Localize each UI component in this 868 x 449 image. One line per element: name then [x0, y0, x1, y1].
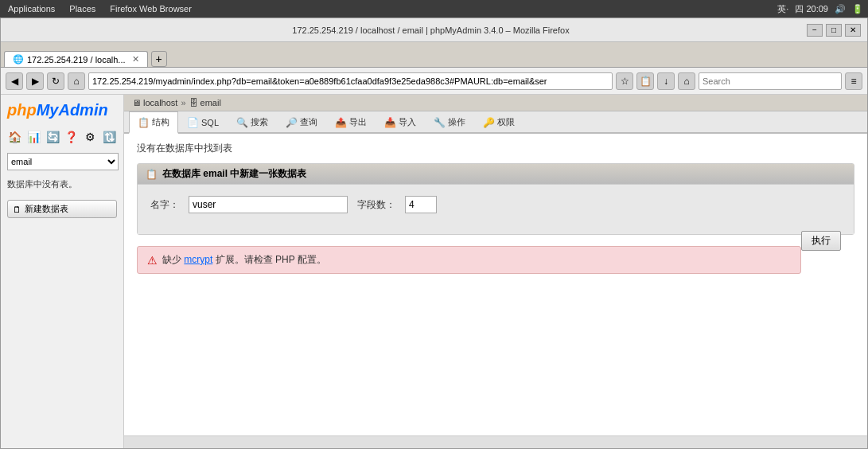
database-selector[interactable]: email — [7, 153, 119, 170]
back-button[interactable]: ◀ — [6, 72, 23, 90]
browser-menu-button[interactable]: ≡ — [845, 72, 862, 90]
db-icon: 🗄 — [189, 98, 198, 107]
mcrypt-link[interactable]: mcrypt — [184, 254, 212, 265]
window-title: 172.25.254.219 / localhost / email | php… — [55, 25, 807, 35]
page-body: 没有在数据库中找到表 📋 在数据库 email 中新建一张数据表 名字： 字段数… — [124, 134, 867, 435]
pma-tabs: 📋 结构 📄 SQL 🔍 搜索 🔎 查询 📤 导出 — [124, 111, 867, 134]
home-sidebar-icon[interactable]: 🏠 — [7, 129, 23, 145]
applications-menu[interactable]: Applications — [5, 4, 58, 14]
breadcrumb-separator: » — [181, 98, 185, 107]
tab-privileges[interactable]: 🔑 权限 — [474, 111, 524, 132]
structure-tab-icon: 📋 — [138, 117, 150, 128]
os-topbar-left: Applications Places Firefox Web Browser — [5, 4, 195, 14]
tab-favicon: 🌐 — [13, 54, 24, 64]
tab-structure[interactable]: 📋 结构 — [129, 111, 178, 134]
content-area: phpMyAdmin 🏠 📊 🔄 ❓ ⚙ 🔃 email 数据库中没有表。 🗒 … — [1, 95, 867, 448]
export-tab-icon: 📤 — [335, 117, 347, 128]
columns-input[interactable] — [405, 196, 437, 213]
create-table-header: 📋 在数据库 email 中新建一张数据表 — [138, 164, 854, 185]
tab-query[interactable]: 🔎 查询 — [277, 111, 326, 132]
clock: 四 20:09 — [795, 3, 828, 15]
search-tab-label: 搜索 — [251, 116, 268, 128]
warning-box: ⚠ 缺少 mcrypt 扩展。请检查 PHP 配置。 — [137, 246, 801, 274]
browser-tab-active[interactable]: 🌐 172.25.254.219 / localh... ✕ — [4, 51, 148, 67]
tab-import[interactable]: 📥 导入 — [376, 111, 425, 132]
browser-home-button[interactable]: ⌂ — [678, 72, 695, 90]
title-bar: 172.25.254.219 / localhost / email | php… — [1, 18, 867, 42]
help-sidebar-icon[interactable]: ❓ — [64, 129, 80, 145]
tab-sql[interactable]: 📄 SQL — [178, 111, 228, 132]
tab-label: 172.25.254.219 / localh... — [27, 55, 126, 64]
new-table-label: 新建数据表 — [25, 203, 68, 215]
server-label: localhost — [143, 98, 177, 107]
warning-icon: ⚠ — [147, 254, 158, 267]
new-tab-button[interactable]: + — [151, 51, 167, 67]
new-table-button[interactable]: 🗒 新建数据表 — [7, 200, 117, 218]
warning-suffix: 扩展。请检查 PHP 配置。 — [212, 254, 325, 265]
os-topbar-right: 英· 四 20:09 🔊 🔋 — [777, 3, 863, 15]
name-label: 名字： — [150, 198, 179, 212]
browser-window: 172.25.254.219 / localhost / email | php… — [0, 18, 868, 449]
new-table-icon: 🗒 — [13, 205, 21, 214]
forward-button[interactable]: ▶ — [26, 72, 44, 90]
reload-button[interactable]: ↻ — [47, 72, 64, 90]
breadcrumb-db[interactable]: 🗄 email — [189, 98, 221, 107]
window-controls: − □ ✕ — [807, 24, 861, 37]
query-tab-label: 查询 — [300, 116, 317, 128]
breadcrumb-server[interactable]: 🖥 localhost — [132, 98, 177, 107]
create-table-body: 名字： 字段数： 执行 — [138, 185, 854, 234]
settings-sidebar-icon[interactable]: ⚙ — [83, 129, 99, 145]
tab-export[interactable]: 📤 导出 — [326, 111, 376, 132]
sync-sidebar-icon[interactable]: 🔃 — [101, 129, 117, 145]
browser-tab-bar: 🌐 172.25.254.219 / localh... ✕ + — [1, 42, 867, 68]
db-sidebar-icon[interactable]: 📊 — [26, 129, 42, 145]
bookmark-star-button[interactable]: ☆ — [616, 72, 633, 90]
db-label: email — [200, 98, 221, 107]
sql-tab-label: SQL — [201, 118, 219, 127]
download-button[interactable]: ↓ — [657, 72, 675, 90]
breadcrumb: 🖥 localhost » 🗄 email — [124, 95, 867, 111]
tab-close-icon[interactable]: ✕ — [132, 54, 139, 64]
export-tab-label: 导出 — [349, 116, 367, 128]
table-name-input[interactable] — [189, 196, 348, 213]
structure-tab-label: 结构 — [152, 116, 169, 128]
import-tab-icon: 📥 — [384, 117, 396, 128]
browser-search-input[interactable] — [699, 72, 842, 90]
address-bar: ◀ ▶ ↻ ⌂ ☆ 📋 ↓ ⌂ ≡ — [1, 68, 867, 95]
url-bar[interactable] — [88, 72, 613, 90]
tab-search[interactable]: 🔍 搜索 — [228, 111, 277, 132]
address-bar-right: ☆ 📋 ↓ ⌂ ≡ — [616, 72, 862, 90]
warning-prefix: 缺少 — [162, 254, 184, 265]
maximize-button[interactable]: □ — [826, 24, 842, 37]
tab-operations[interactable]: 🔧 操作 — [425, 111, 474, 132]
columns-label: 字段数： — [357, 198, 395, 212]
sidebar-icons: 🏠 📊 🔄 ❓ ⚙ 🔃 — [7, 129, 117, 145]
browser-menu[interactable]: Firefox Web Browser — [107, 4, 195, 14]
query-tab-icon: 🔎 — [286, 117, 298, 128]
main-content: 🖥 localhost » 🗄 email 📋 结构 📄 SQL — [124, 95, 867, 448]
home-button[interactable]: ⌂ — [68, 72, 85, 90]
bookmark-list-button[interactable]: 📋 — [636, 72, 654, 90]
search-tab-icon: 🔍 — [236, 117, 248, 128]
close-button[interactable]: ✕ — [845, 24, 861, 37]
server-icon: 🖥 — [132, 98, 141, 107]
bottom-scrollbar[interactable] — [124, 435, 867, 448]
minimize-button[interactable]: − — [807, 24, 823, 37]
privileges-tab-label: 权限 — [497, 116, 515, 128]
operations-tab-icon: 🔧 — [434, 117, 446, 128]
create-table-panel: 📋 在数据库 email 中新建一张数据表 名字： 字段数： 执行 — [137, 163, 854, 235]
sql-tab-icon: 📄 — [187, 117, 199, 128]
locale-indicator: 英· — [777, 3, 788, 15]
refresh-sidebar-icon[interactable]: 🔄 — [45, 129, 60, 145]
warning-text: 缺少 mcrypt 扩展。请检查 PHP 配置。 — [162, 253, 326, 267]
pma-logo: phpMyAdmin — [7, 101, 117, 119]
sound-icon[interactable]: 🔊 — [835, 4, 846, 14]
sidebar: phpMyAdmin 🏠 📊 🔄 ❓ ⚙ 🔃 email 数据库中没有表。 🗒 … — [1, 95, 124, 448]
no-tables-message: 没有在数据库中找到表 — [137, 142, 854, 155]
privileges-tab-icon: 🔑 — [483, 117, 495, 128]
execute-button[interactable]: 执行 — [801, 231, 841, 251]
places-menu[interactable]: Places — [66, 4, 99, 14]
create-table-form-row: 名字： 字段数： — [150, 196, 841, 213]
create-table-header-label: 在数据库 email 中新建一张数据表 — [162, 167, 306, 181]
create-table-header-icon: 📋 — [146, 169, 158, 180]
